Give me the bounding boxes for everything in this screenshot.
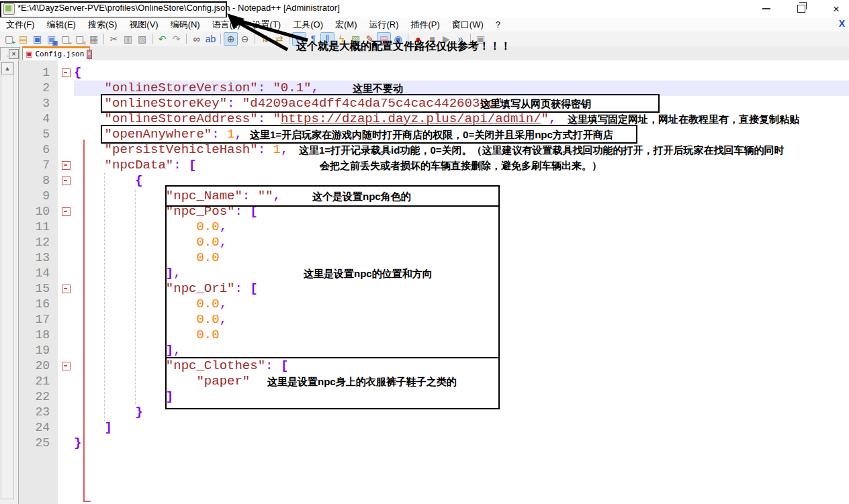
fold-margin <box>58 343 74 358</box>
code-text[interactable]: ] <box>74 389 849 405</box>
sync-vertical-scroll-button[interactable]: ⇅ <box>258 32 272 46</box>
code-token: "onlineStoreVersion" <box>105 81 258 95</box>
menu-item-9[interactable]: 宏(M) <box>329 17 363 32</box>
window-title: *E:\4\DayzServer-PVE\profiles\OnlineStor… <box>17 3 340 13</box>
fold-marker[interactable] <box>62 161 71 170</box>
indent <box>74 266 166 281</box>
code-token: [ <box>281 358 288 373</box>
code-text[interactable]: ], <box>74 343 849 358</box>
menu-item-2[interactable]: 编辑(E) <box>41 17 82 32</box>
code-token: , <box>220 312 227 327</box>
panel-scrollbar[interactable]: ▲ <box>1 62 14 499</box>
editor-line: 22 ] <box>19 389 849 405</box>
code-token: [ <box>250 281 257 296</box>
editor-line: 1{ <box>19 65 849 81</box>
code-text[interactable]: 0.0, <box>74 219 849 235</box>
menu-item-4[interactable]: 视图(V) <box>123 17 164 32</box>
code-text[interactable]: "onlineStoreVersion": "0.1", <box>74 81 849 96</box>
indent <box>74 81 105 95</box>
menu-item-11[interactable]: 插件(P) <box>405 17 446 32</box>
fold-marker[interactable] <box>62 207 71 216</box>
tab-config-json[interactable]: ▣ Config.json × <box>22 46 90 60</box>
indent <box>74 281 166 296</box>
code-text[interactable]: 0.0, <box>74 235 849 250</box>
editor-line: 20 "npc_Clothes": [ <box>19 358 849 374</box>
code-text[interactable]: "npc_Ori": [ <box>74 281 849 297</box>
restore-button[interactable] <box>793 2 810 15</box>
code-token: https://dzapi.dayz.plus/api/admin/ <box>281 111 541 126</box>
fold-marker[interactable] <box>62 362 71 370</box>
code-text[interactable]: "npc_Name": "", <box>74 189 849 204</box>
paste-button[interactable]: ▧ <box>135 32 149 46</box>
menu-item-3[interactable]: 搜索(S) <box>82 17 123 32</box>
zoom-out-button[interactable]: ⊖ <box>238 32 252 46</box>
menu-item-6[interactable]: 语言(L) <box>206 17 247 32</box>
code-text[interactable]: "npc_Pos": [ <box>74 204 849 219</box>
toolbar-separator <box>103 34 104 44</box>
code-token: : <box>258 111 273 126</box>
fold-marker[interactable] <box>62 285 71 293</box>
fold-marker[interactable] <box>62 177 71 185</box>
menu-item-8[interactable]: 工具(O) <box>287 17 329 32</box>
code-text[interactable]: 0.0 <box>74 250 849 266</box>
menu-item-1[interactable]: 文件(F) <box>0 17 41 32</box>
code-text[interactable]: 0.0 <box>74 327 849 343</box>
tab-close-icon[interactable]: × <box>87 50 91 59</box>
annotation: 这里是设置npc身上的衣服裤子鞋子之类的 <box>267 374 457 389</box>
new-file-button[interactable]: ▢+ <box>2 32 16 46</box>
find-button[interactable]: ∞ <box>189 32 204 46</box>
zoom-in-button[interactable]: ⊕ <box>224 32 238 46</box>
code-token: 0.0 <box>196 219 219 234</box>
close-button[interactable]: × <box>828 2 845 15</box>
code-text[interactable]: { <box>74 65 849 81</box>
close-all-overlay-icon: ≡ <box>83 40 86 46</box>
save-all-button[interactable]: ▣▣ <box>44 32 58 46</box>
menubar-close-x[interactable]: X <box>839 18 845 29</box>
line-number: 20 <box>19 358 58 374</box>
replace-button[interactable]: ab <box>204 32 218 46</box>
line-number: 17 <box>19 312 58 327</box>
code-text[interactable]: ] <box>74 420 849 436</box>
fold-margin <box>58 266 74 281</box>
code-text[interactable]: 0.0, <box>74 297 849 312</box>
cut-button[interactable]: ✂ <box>107 32 121 46</box>
close-all-button[interactable]: ▢≡ <box>73 32 87 46</box>
code-text[interactable]: "npc_Clothes": [ <box>74 358 849 374</box>
code-text[interactable]: 0.0, <box>74 312 849 327</box>
editor-area[interactable]: 1{2 "onlineStoreVersion": "0.1",这里不要动3 "… <box>19 60 849 504</box>
open-folder-icon: ▤ <box>19 34 28 44</box>
menu-item-7[interactable]: 设置(T) <box>247 17 287 32</box>
scroll-up-arrow-icon[interactable]: ▲ <box>1 62 13 74</box>
fold-marker[interactable] <box>62 68 71 77</box>
copy-button[interactable]: ▥ <box>121 32 135 46</box>
undo-button[interactable]: ↶ <box>155 32 169 46</box>
code-token: "npcData" <box>105 158 174 172</box>
open-folder-button[interactable]: ▤ <box>16 32 30 46</box>
menu-item-12[interactable]: 窗口(W) <box>446 17 490 32</box>
code-token: : <box>265 358 281 373</box>
indent <box>74 158 105 172</box>
redo-button[interactable]: ↷ <box>169 32 183 46</box>
code-text[interactable]: } <box>74 436 849 451</box>
paste-icon: ▧ <box>138 34 146 44</box>
menu-item-13[interactable]: ? <box>490 18 506 31</box>
undo-icon: ↶ <box>159 34 167 44</box>
save-button[interactable]: ▣ <box>30 32 44 46</box>
fold-margin <box>58 158 74 173</box>
menu-item-10[interactable]: 运行(R) <box>363 17 404 32</box>
minimize-button[interactable] <box>758 2 775 15</box>
docked-panel-close-button[interactable]: × <box>9 49 19 59</box>
close-button[interactable]: ▢− <box>58 32 73 46</box>
notepadpp-window: *E:\4\DayzServer-PVE\profiles\OnlineStor… <box>0 0 849 504</box>
code-token: "persistVehicleHash" <box>105 142 258 157</box>
indent <box>74 358 166 373</box>
menu-item-5[interactable]: 编码(N) <box>165 17 206 32</box>
code-text[interactable]: } <box>74 405 849 420</box>
code-text[interactable]: { <box>74 173 849 189</box>
fold-margin <box>58 81 74 96</box>
sync-horizontal-scroll-button[interactable]: ⇄ <box>272 32 286 46</box>
code-text[interactable]: "onlineStoreKey": "d4209ace4dff4c4da75c4… <box>74 96 849 111</box>
code-text[interactable]: "paper" <box>74 374 849 389</box>
print-button[interactable]: ▦ <box>87 32 101 46</box>
code-text[interactable]: ], <box>74 266 849 281</box>
